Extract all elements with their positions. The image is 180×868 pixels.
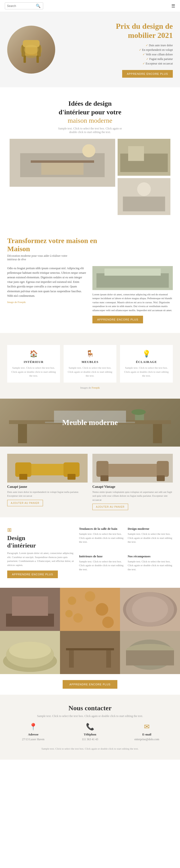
ideas-subtitle: maison moderne <box>9 117 171 124</box>
products-row: Canapé jaune Duis aute irure dolor in re… <box>7 454 173 510</box>
phone-icon: 📞 <box>64 723 116 731</box>
ideas-main-image <box>9 139 115 187</box>
ideas-section: Idées de designd'intérieur pour votre ma… <box>0 87 180 227</box>
transform-cta-button[interactable]: APPRENDRE ENCORE PLUS <box>92 316 143 323</box>
gallery-cta-button[interactable]: APPRENDRE ENCORE PLUS <box>63 680 117 689</box>
freepik-link[interactable]: Freepik <box>92 386 100 389</box>
checklist-item-2: En reprehenderit en volupt <box>62 48 173 52</box>
svg-rect-5 <box>36 56 39 63</box>
svg-rect-21 <box>104 269 161 276</box>
gallery-svg-1 <box>0 588 60 631</box>
service-title-lighting: ÉCLAIRAGE <box>124 360 169 364</box>
service-card-interior: 🏠 INTÉRIEUR Sample text. Click to select… <box>7 345 60 382</box>
svg-point-50 <box>102 617 114 628</box>
product-card-1: Canapé jaune Duis aute irure dolor in re… <box>7 454 88 510</box>
transform-content: Odio eu feugiat pretium nibh ipsum conse… <box>7 266 173 323</box>
ideas-title: Idées de designd'intérieur pour votre <box>9 99 171 117</box>
gallery-item-2 <box>60 588 120 631</box>
design-right-panel: Tendances de la salle de bain Sample tex… <box>79 527 173 578</box>
svg-rect-4 <box>24 56 26 63</box>
lighting-icon: 💡 <box>124 350 169 358</box>
gallery-item-1 <box>0 588 60 631</box>
design-interior-section: ⊞ Designd'intérieur Paragraph. Lorem ips… <box>0 517 180 588</box>
service-title-furniture: MEUBLES <box>67 360 113 364</box>
chair-visual <box>7 26 55 73</box>
hero-cta-button[interactable]: APPRENDRE ENCORE PLUS <box>122 70 173 78</box>
product-title-2: Canapé Vintage <box>92 485 173 489</box>
gallery-svg-3 <box>120 588 180 631</box>
svg-rect-41 <box>157 475 165 481</box>
design-feature-text-3: Sample text. Click to select the text bo… <box>79 559 124 571</box>
contact-bottom-text: Sample text. Click to select the text bo… <box>7 747 173 750</box>
search-icon: 🔍 <box>36 4 40 8</box>
design-feature-2: Design moderne Sample text. Click to sel… <box>128 527 173 551</box>
svg-rect-10 <box>31 160 94 163</box>
transform-image-svg <box>92 266 173 290</box>
service-text-furniture: Sample text. Click to select the text bo… <box>67 366 113 378</box>
interior-icon: 🏠 <box>11 350 56 358</box>
gallery-section: APPRENDRE ENCORE PLUS <box>0 588 180 695</box>
contact-cards: 📍 Adresse 27/13 Luxer Haven 📞 Téléphon 1… <box>7 723 173 741</box>
contact-card-phone: 📞 Téléphon 111 363 41 43 <box>64 723 116 741</box>
design-text: Paragraph. Lorem ipsum dolor sit amet, c… <box>7 551 74 567</box>
design-cta-button[interactable]: APPRENDRE ENCORE PLUS <box>7 570 58 578</box>
email-value: enterprise@dolo.com <box>121 738 173 741</box>
transform-subtitle: Décoration moderne pour vous aider à réa… <box>7 254 74 261</box>
side-room-svg-1 <box>118 139 171 176</box>
svg-rect-17 <box>123 196 165 211</box>
svg-rect-63 <box>106 650 111 668</box>
svg-rect-67 <box>126 650 174 665</box>
product-text-1: Duis aute irure dolor in reprehenderit i… <box>7 490 88 498</box>
gallery-svg-2 <box>60 588 120 631</box>
product-image-1 <box>7 454 88 483</box>
address-value: 27/13 Luxer Haven <box>7 738 59 741</box>
search-box[interactable]: 🔍 <box>5 2 43 9</box>
contact-card-address: 📍 Adresse 27/13 Luxer Haven <box>7 723 59 741</box>
gallery-grid <box>0 588 180 674</box>
gallery-svg-6 <box>120 631 180 674</box>
hero-title: Prix du design de mobilier 2021 <box>62 22 173 40</box>
transform-left: Odio eu feugiat pretium nibh ipsum conse… <box>7 266 88 323</box>
checklist-item-5: Excepteur sint occaecat <box>62 62 173 65</box>
vintage-sofa-svg <box>92 454 173 483</box>
contact-card-email: ✉ E-mail enterprise@dolo.com <box>121 723 173 741</box>
gallery-item-5 <box>60 631 120 674</box>
transform-right-text: Lorem ipsum dolor sit amet, consectetur … <box>92 292 173 312</box>
add-to-cart-button-1[interactable]: AJOUTER AU PANIER <box>7 500 43 506</box>
product-image-2 <box>92 454 173 483</box>
svg-point-18 <box>137 182 151 196</box>
gallery-item-4 <box>0 631 60 674</box>
product-text-2: Nemo enim ipsam voluptatem quia voluptas… <box>92 490 173 502</box>
gallery-btn-row: APPRENDRE ENCORE PLUS <box>0 674 180 695</box>
service-title-interior: INTÉRIEUR <box>11 360 56 364</box>
side-room-svg-2 <box>118 178 171 215</box>
design-feature-1: Tendances de la salle de bain Sample tex… <box>79 527 124 551</box>
modern-banner: Meuble moderne <box>0 399 180 446</box>
header: 🔍 ☰ <box>0 0 180 12</box>
hamburger-icon[interactable]: ☰ <box>171 3 175 9</box>
transform-img-credit: Image de Freepik <box>7 301 88 304</box>
design-feature-title-3: Intérieurs de luxe <box>79 554 124 558</box>
svg-point-46 <box>68 597 76 605</box>
svg-point-29 <box>131 409 146 415</box>
ideas-side-image-1 <box>118 139 171 176</box>
hero-content: Prix du design de mobilier 2021 Duis aut… <box>55 22 173 78</box>
phone-value: 111 363 41 43 <box>64 738 116 741</box>
search-input[interactable] <box>7 4 36 8</box>
address-icon: 📍 <box>7 723 59 731</box>
svg-rect-40 <box>100 475 109 481</box>
svg-rect-24 <box>18 424 27 443</box>
ideas-text: Sample text. Click to select the text bo… <box>54 127 126 134</box>
add-to-cart-button-2[interactable]: AJOUTER AU PANIER <box>92 504 128 510</box>
ideas-images <box>9 139 171 215</box>
yellow-sofa-svg <box>7 454 88 483</box>
checklist-item-3: Velit esse cillum dolore <box>62 53 173 56</box>
room-svg <box>9 139 115 187</box>
services-image-credit: Images de Freepik <box>7 386 173 389</box>
ideas-side-image-2 <box>118 178 171 215</box>
svg-rect-15 <box>128 146 144 161</box>
design-left-panel: ⊞ Designd'intérieur Paragraph. Lorem ips… <box>7 527 74 578</box>
hero-section: Prix du design de mobilier 2021 Duis aut… <box>0 12 180 87</box>
checklist-item-1: Duis aute irure dolor <box>62 43 173 47</box>
svg-rect-39 <box>157 461 169 477</box>
